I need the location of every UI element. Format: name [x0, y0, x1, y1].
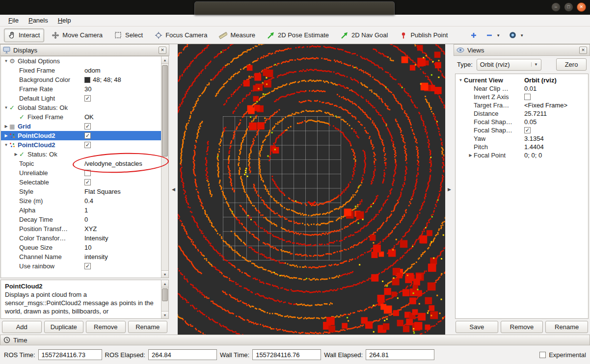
property-row[interactable]: Topic/velodyne_obstacles: [1, 159, 161, 168]
property-row[interactable]: Color Transfor…Intensity: [1, 234, 161, 243]
property-value[interactable]: 10: [84, 243, 161, 252]
property-row[interactable]: Frame Rate30: [1, 84, 161, 94]
property-row[interactable]: Position Transf…XYZ: [1, 224, 161, 234]
property-row[interactable]: Background Color48; 48; 48: [1, 75, 161, 84]
close-panel-button[interactable]: ✕: [159, 47, 166, 54]
property-row[interactable]: Decay Time0: [1, 215, 161, 224]
3d-viewport[interactable]: [178, 44, 445, 335]
tool-minus[interactable]: ▼: [483, 29, 503, 41]
property-row[interactable]: Yaw3.1354: [456, 134, 588, 143]
checkbox-checked[interactable]: ✓: [84, 95, 91, 102]
property-value[interactable]: Intensity: [84, 234, 161, 243]
property-value[interactable]: /velodyne_obstacles: [84, 159, 161, 168]
property-value[interactable]: ✓: [84, 122, 161, 131]
wall-time-input[interactable]: [252, 349, 321, 360]
expand-arrow-icon[interactable]: ▶: [3, 124, 9, 129]
menu-file[interactable]: File: [4, 16, 23, 25]
tool-interact[interactable]: Interact: [4, 28, 44, 42]
checkbox-checked[interactable]: ✓: [84, 179, 91, 185]
views-save-button[interactable]: Save: [456, 321, 498, 333]
property-row[interactable]: Pitch1.4404: [456, 143, 588, 151]
displays-add-button[interactable]: Add: [2, 321, 42, 333]
tool-tool-options[interactable]: ▼: [507, 29, 526, 41]
experimental-checkbox[interactable]: [539, 352, 546, 358]
property-value[interactable]: [84, 150, 161, 159]
property-value[interactable]: <Fixed Frame>: [524, 101, 588, 109]
views-remove-button[interactable]: Remove: [501, 321, 543, 333]
property-row[interactable]: StyleFlat Squares: [1, 187, 161, 196]
minimize-button[interactable]: –: [551, 2, 561, 12]
description-scrollbar[interactable]: ▲ ▼: [161, 280, 168, 318]
checkbox-unchecked[interactable]: [524, 94, 531, 100]
property-row[interactable]: Unreliable: [1, 168, 161, 178]
3d-viewport-canvas[interactable]: [178, 44, 445, 335]
property-value[interactable]: ✓: [84, 131, 161, 140]
checkbox-checked[interactable]: ✓: [84, 132, 91, 139]
property-row[interactable]: ▼⚙Global Options: [1, 56, 161, 66]
scroll-down-icon[interactable]: ▼: [161, 270, 168, 278]
property-value[interactable]: XYZ: [84, 224, 161, 234]
expand-arrow-icon[interactable]: ▶: [3, 133, 9, 138]
property-value[interactable]: ✓: [84, 140, 161, 150]
property-value[interactable]: [84, 103, 161, 112]
property-row[interactable]: Selectable✓: [1, 178, 161, 187]
displays-remove-button[interactable]: Remove: [86, 321, 126, 333]
property-value[interactable]: 0; 0; 0: [524, 151, 588, 159]
property-row[interactable]: Use rainbow✓: [1, 261, 161, 271]
property-value[interactable]: odom: [84, 66, 161, 75]
scrollbar-track[interactable]: [161, 64, 168, 270]
tool-plus[interactable]: [468, 29, 480, 41]
property-value[interactable]: ✓: [84, 178, 161, 187]
property-value[interactable]: 48; 48; 48: [84, 75, 161, 84]
view-type-dropdown[interactable]: Orbit (rviz) ▼: [477, 59, 541, 71]
property-row[interactable]: Near Clip …0.01: [456, 84, 588, 93]
tool-publish-point[interactable]: Publish Point: [395, 28, 452, 42]
collapse-arrow-icon[interactable]: ▼: [3, 105, 9, 110]
property-row[interactable]: ▼Current ViewOrbit (rviz): [456, 76, 588, 84]
checkbox-checked[interactable]: ✓: [524, 127, 531, 133]
property-row[interactable]: Invert Z Axis: [456, 93, 588, 101]
property-value[interactable]: ✓: [84, 261, 161, 271]
zero-button[interactable]: Zero: [556, 58, 587, 71]
splitter-right[interactable]: ▶: [445, 44, 454, 335]
tool-2d-pose-estimate[interactable]: 2D Pose Estimate: [263, 28, 333, 42]
property-row[interactable]: ▼✓Global Status: Ok: [1, 103, 161, 112]
close-panel-button[interactable]: ✕: [579, 47, 587, 54]
checkbox-checked[interactable]: ✓: [84, 263, 91, 269]
property-row[interactable]: ✓Fixed FrameOK: [1, 112, 161, 122]
property-value[interactable]: 1.4404: [524, 143, 588, 151]
wall-elapsed-input[interactable]: [366, 349, 434, 360]
maximize-button[interactable]: □: [564, 2, 573, 12]
property-value[interactable]: [84, 56, 161, 66]
close-button[interactable]: ✕: [577, 2, 586, 12]
property-value[interactable]: Flat Squares: [84, 187, 161, 196]
scrollbar-thumb[interactable]: [162, 65, 168, 156]
scrollbar-thumb[interactable]: [162, 288, 168, 301]
property-value[interactable]: 30: [84, 84, 161, 94]
displays-rename-button[interactable]: Rename: [128, 321, 168, 333]
splitter-left[interactable]: ◀: [169, 44, 178, 335]
scroll-down-icon[interactable]: ▼: [161, 311, 168, 318]
property-row[interactable]: ▶PointCloud2✓: [1, 131, 161, 140]
property-row[interactable]: Default Light✓: [1, 94, 161, 103]
property-value[interactable]: OK: [84, 112, 161, 122]
property-value[interactable]: 3.1354: [524, 134, 588, 143]
property-row[interactable]: Channel Nameintensity: [1, 252, 161, 261]
expand-arrow-icon[interactable]: ▶: [467, 153, 474, 157]
property-value[interactable]: ✓: [84, 94, 161, 103]
property-value[interactable]: 1: [84, 206, 161, 215]
expand-arrow-icon[interactable]: ▶: [13, 152, 19, 156]
property-value[interactable]: 25.7211: [524, 109, 588, 118]
collapse-arrow-icon[interactable]: ▼: [457, 78, 464, 82]
displays-scrollbar[interactable]: ▲ ▼: [161, 56, 168, 278]
tool-select[interactable]: Select: [110, 28, 147, 42]
property-row[interactable]: ▶Focal Point0; 0; 0: [456, 151, 588, 159]
property-value[interactable]: 0.4: [84, 196, 161, 206]
ros-elapsed-input[interactable]: [148, 349, 217, 360]
property-row[interactable]: ▼PointCloud2✓: [1, 140, 161, 150]
tool-2d-nav-goal[interactable]: 2D Nav Goal: [336, 28, 392, 42]
views-rename-button[interactable]: Rename: [545, 321, 588, 333]
scroll-up-icon[interactable]: ▲: [161, 56, 168, 64]
collapse-right-icon[interactable]: ▶: [448, 187, 451, 192]
property-row[interactable]: Queue Size10: [1, 243, 161, 252]
